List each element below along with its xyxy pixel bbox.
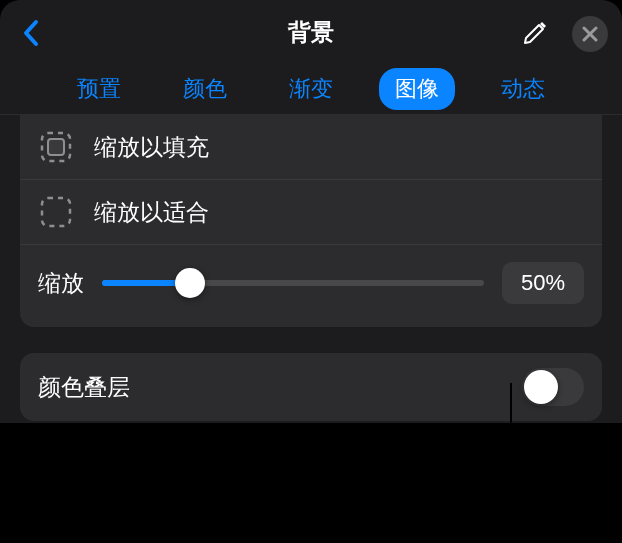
eyedropper-button[interactable] xyxy=(518,16,552,50)
option-scale-to-fill[interactable]: 缩放以填充 xyxy=(20,115,602,179)
color-overlay-row: 颜色叠层 xyxy=(20,353,602,421)
panel-header: 背景 xyxy=(0,0,622,64)
color-overlay-switch[interactable] xyxy=(522,368,584,406)
back-button[interactable] xyxy=(14,16,48,50)
tab-bar: 预置 颜色 渐变 图像 动态 xyxy=(0,64,622,115)
scale-options-group: 缩放以填充 缩放以适合 缩放 50% xyxy=(20,115,602,327)
scale-slider-row: 缩放 50% xyxy=(20,244,602,327)
chevron-left-icon xyxy=(22,19,40,47)
svg-rect-3 xyxy=(48,139,64,155)
tab-image[interactable]: 图像 xyxy=(379,68,455,110)
background-panel: 背景 预置 颜色 渐变 图像 动态 xyxy=(0,0,622,543)
slider-label: 缩放 xyxy=(38,268,84,299)
tab-preset[interactable]: 预置 xyxy=(61,68,137,110)
tab-color[interactable]: 颜色 xyxy=(167,68,243,110)
overlay-group: 颜色叠层 xyxy=(20,353,602,421)
scale-to-fill-icon xyxy=(38,129,74,165)
svg-rect-4 xyxy=(42,198,70,226)
option-scale-to-fit[interactable]: 缩放以适合 xyxy=(20,179,602,244)
bottom-mask xyxy=(0,423,622,543)
panel-title: 背景 xyxy=(288,17,334,48)
overlay-label: 颜色叠层 xyxy=(38,372,522,403)
option-label: 缩放以适合 xyxy=(94,197,584,228)
tab-dynamic[interactable]: 动态 xyxy=(485,68,561,110)
scale-slider[interactable] xyxy=(102,280,484,286)
tab-gradient[interactable]: 渐变 xyxy=(273,68,349,110)
eyedropper-icon xyxy=(520,18,550,48)
callout-line xyxy=(510,383,512,463)
content-area: 缩放以填充 缩放以适合 缩放 50% xyxy=(0,115,622,421)
close-button[interactable] xyxy=(572,16,608,52)
close-icon xyxy=(582,26,598,42)
scale-to-fit-icon xyxy=(38,194,74,230)
scale-value[interactable]: 50% xyxy=(502,262,584,304)
option-label: 缩放以填充 xyxy=(94,132,584,163)
switch-knob xyxy=(524,370,558,404)
slider-thumb[interactable] xyxy=(175,268,205,298)
